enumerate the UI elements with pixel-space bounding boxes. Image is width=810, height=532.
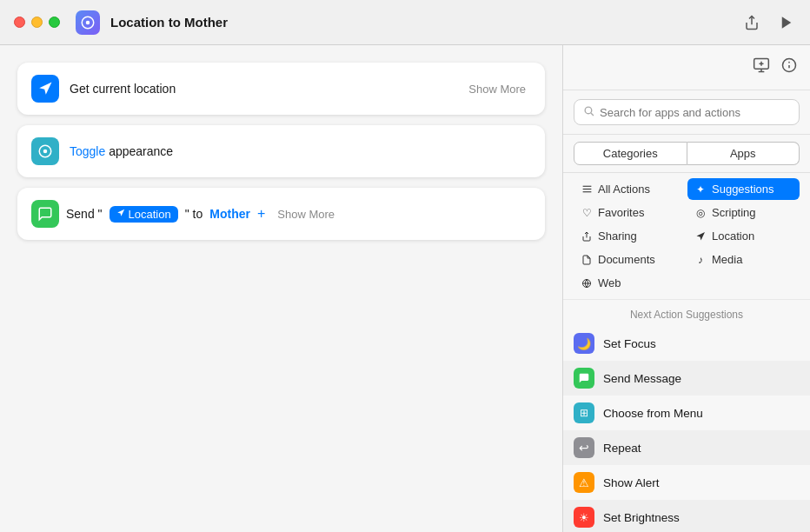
web-label: Web [598, 276, 621, 289]
send-message-label: Send Message [603, 372, 681, 385]
send-prefix: Send " [66, 207, 103, 221]
minimize-button[interactable] [31, 17, 43, 28]
svg-marker-7 [117, 209, 124, 216]
categories-tab[interactable]: Categories [574, 142, 687, 165]
all-actions-icon [581, 183, 593, 196]
share-button[interactable] [742, 13, 761, 32]
show-alert-icon: ⚠ [574, 472, 594, 493]
location-icon [694, 230, 707, 243]
svg-point-16 [585, 107, 592, 114]
window-title: Location to Mother [110, 15, 732, 30]
main-container: Get current location Show More Toggle ap… [0, 45, 810, 532]
search-container [563, 90, 810, 135]
left-pane: Get current location Show More Toggle ap… [0, 45, 562, 532]
documents-icon [581, 254, 593, 266]
set-focus-label: Set Focus [603, 337, 656, 350]
suggestion-set-brightness[interactable]: ☀ Set Brightness [563, 500, 810, 532]
category-documents[interactable]: Documents [574, 249, 686, 270]
choose-from-menu-icon: ⊞ [574, 402, 594, 423]
favorites-icon: ♡ [581, 207, 593, 219]
run-button[interactable] [777, 13, 796, 32]
repeat-icon: ↩ [574, 437, 594, 458]
media-label: Media [712, 253, 742, 266]
svg-marker-3 [782, 17, 792, 29]
category-scripting[interactable]: ◎ Scripting [687, 202, 800, 223]
scripting-icon: ◎ [694, 207, 707, 219]
suggestion-show-alert[interactable]: ⚠ Show Alert [563, 465, 810, 500]
mother-token[interactable]: Mother [209, 207, 250, 221]
svg-marker-22 [697, 232, 706, 241]
categories-grid: All Actions ✦ Suggestions ♡ Favorites ◎ … [563, 173, 810, 300]
suggestion-set-focus[interactable]: 🌙 Set Focus [563, 326, 810, 361]
category-media[interactable]: ♪ Media [687, 249, 800, 270]
toggle-label: Toggle appearance [70, 144, 173, 158]
location-action-icon [31, 75, 59, 103]
location-token[interactable]: Location [110, 206, 178, 223]
toggle-action-icon [31, 137, 59, 165]
traffic-lights [14, 17, 60, 28]
category-all-actions[interactable]: All Actions [574, 178, 686, 200]
add-recipient-button[interactable]: + [257, 206, 265, 222]
get-location-card[interactable]: Get current location Show More [17, 63, 545, 115]
category-suggestions[interactable]: ✦ Suggestions [687, 178, 800, 200]
toggle-appearance-card[interactable]: Toggle appearance [17, 125, 545, 177]
toggle-keyword: Toggle [70, 144, 105, 158]
set-focus-icon: 🌙 [574, 333, 594, 354]
choose-from-menu-label: Choose from Menu [603, 407, 703, 420]
category-web[interactable]: Web [574, 272, 686, 294]
scripting-label: Scripting [712, 206, 756, 219]
svg-marker-4 [39, 83, 51, 95]
maximize-button[interactable] [49, 17, 60, 28]
send-middle: " to [185, 207, 203, 221]
toggle-tabs: Categories Apps [563, 135, 810, 173]
web-icon [581, 277, 593, 289]
search-box [574, 99, 800, 125]
sharing-label: Sharing [598, 229, 637, 243]
show-more-send-button[interactable]: Show More [272, 206, 340, 223]
suggestion-send-message[interactable]: Send Message [563, 361, 810, 396]
repeat-label: Repeat [603, 442, 641, 455]
app-icon [76, 10, 100, 35]
titlebar-actions [742, 13, 796, 32]
show-alert-label: Show Alert [603, 476, 660, 489]
search-icon [583, 105, 594, 119]
suggestions-label: Suggestions [712, 183, 774, 196]
set-brightness-label: Set Brightness [603, 511, 680, 524]
search-input[interactable] [600, 106, 790, 119]
right-header [563, 45, 810, 90]
info-button[interactable] [780, 57, 798, 78]
category-sharing[interactable]: Sharing [574, 225, 686, 247]
suggestion-choose-from-menu[interactable]: ⊞ Choose from Menu [563, 396, 810, 430]
close-button[interactable] [14, 17, 25, 28]
svg-point-1 [86, 20, 90, 24]
send-message-card[interactable]: Send " Location " to Mother + Show More [17, 188, 545, 240]
apps-tab[interactable]: Apps [687, 142, 800, 165]
add-to-dock-button[interactable] [753, 57, 770, 78]
set-brightness-icon: ☀ [574, 507, 594, 528]
suggestions-icon: ✦ [694, 183, 707, 196]
right-pane: Categories Apps All Actions ✦ Suggestion… [562, 45, 810, 532]
all-actions-label: All Actions [598, 183, 650, 196]
location-token-label: Location [129, 208, 171, 221]
category-favorites[interactable]: ♡ Favorites [574, 202, 686, 223]
documents-label: Documents [598, 253, 655, 266]
show-more-location-button[interactable]: Show More [463, 81, 531, 97]
suggestions-section-header: Next Action Suggestions [563, 300, 810, 326]
svg-line-17 [591, 113, 594, 116]
titlebar: Location to Mother [0, 0, 810, 45]
suggestion-repeat[interactable]: ↩ Repeat [563, 430, 810, 465]
sharing-icon [581, 230, 593, 243]
send-message-icon [574, 368, 594, 389]
appearance-text: appearance [109, 144, 173, 158]
favorites-label: Favorites [598, 206, 644, 219]
get-location-label: Get current location [70, 82, 453, 96]
location-label: Location [712, 229, 754, 243]
category-location[interactable]: Location [687, 225, 800, 247]
suggestions-section: Next Action Suggestions 🌙 Set Focus Send… [563, 300, 810, 532]
send-action-icon [31, 200, 59, 228]
location-token-icon [116, 209, 125, 219]
media-icon: ♪ [694, 254, 707, 266]
svg-point-6 [43, 150, 48, 154]
